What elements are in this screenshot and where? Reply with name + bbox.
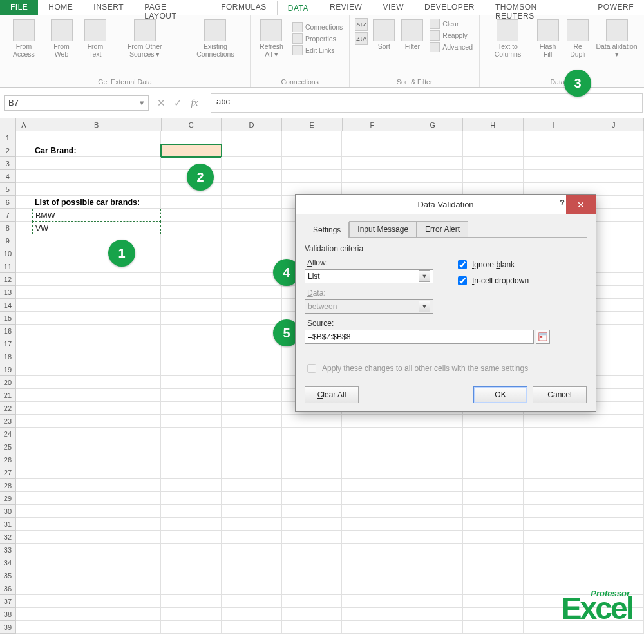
row-13[interactable]: 13 <box>0 286 16 299</box>
cell-I4[interactable] <box>524 170 584 183</box>
row-20[interactable]: 20 <box>0 376 16 389</box>
select-all-corner[interactable] <box>0 118 16 131</box>
reapply-filter-link[interactable]: Reapply <box>428 30 474 41</box>
connections-link[interactable]: Connections <box>291 21 344 33</box>
cell-C31[interactable] <box>161 518 222 531</box>
cell-C2[interactable] <box>161 144 222 157</box>
remove-duplicates-button[interactable]: Re Dupli <box>565 18 591 59</box>
cell-J28[interactable] <box>583 479 644 492</box>
cell-G23[interactable] <box>402 415 463 428</box>
cell-H35[interactable] <box>463 569 524 582</box>
tab-thomson[interactable]: THOMSON REUTERS <box>485 0 587 15</box>
cancel-button[interactable]: Cancel <box>533 386 587 403</box>
cell-J25[interactable] <box>583 440 644 453</box>
cell-A1[interactable] <box>16 131 32 144</box>
cell-B24[interactable] <box>32 428 161 440</box>
cell-A14[interactable] <box>16 299 32 312</box>
cell-J1[interactable] <box>583 131 644 144</box>
cell-C21[interactable] <box>161 389 222 402</box>
cell-E34[interactable] <box>282 556 343 569</box>
cell-H30[interactable] <box>463 505 524 518</box>
cell-D29[interactable] <box>222 492 282 505</box>
cell-A38[interactable] <box>16 608 32 621</box>
cell-E25[interactable] <box>282 440 343 453</box>
col-A[interactable]: A <box>16 118 32 131</box>
cell-B26[interactable] <box>32 453 161 466</box>
cell-B25[interactable] <box>32 440 161 453</box>
cell-B31[interactable] <box>32 518 161 531</box>
tab-input-message[interactable]: Input Message <box>349 221 417 237</box>
cell-D25[interactable] <box>222 440 282 453</box>
sort-asc-icon[interactable]: A↓Z <box>355 18 368 31</box>
accept-formula-icon[interactable]: ✓ <box>171 97 185 109</box>
cell-B7[interactable]: BMW <box>32 209 161 222</box>
col-J[interactable]: J <box>583 118 644 131</box>
cell-B32[interactable] <box>32 531 161 544</box>
cell-B23[interactable] <box>32 415 161 428</box>
row-36[interactable]: 36 <box>0 582 16 595</box>
row-6[interactable]: 6 <box>0 196 16 209</box>
cell-C18[interactable] <box>161 350 222 363</box>
cell-G5[interactable] <box>402 183 463 196</box>
row-30[interactable]: 30 <box>0 505 16 518</box>
cell-D2[interactable] <box>222 144 282 157</box>
cell-B2[interactable]: Car Brand: <box>32 144 161 157</box>
cell-A23[interactable] <box>16 415 32 428</box>
cell-D15[interactable] <box>222 312 282 325</box>
edit-links-link[interactable]: Edit Links <box>291 44 344 56</box>
close-button[interactable]: ✕ <box>566 195 596 214</box>
row-21[interactable]: 21 <box>0 389 16 402</box>
cell-B5[interactable] <box>32 183 161 196</box>
tab-formulas[interactable]: FORMULAS <box>211 0 277 15</box>
cell-A3[interactable] <box>16 157 32 170</box>
cell-H37[interactable] <box>463 595 524 608</box>
cell-G31[interactable] <box>402 518 463 531</box>
cell-B8[interactable]: VW <box>32 222 161 234</box>
cell-D20[interactable] <box>222 376 282 389</box>
cell-H4[interactable] <box>463 170 524 183</box>
row-1[interactable]: 1 <box>0 131 16 144</box>
cell-C20[interactable] <box>161 376 222 389</box>
cell-G29[interactable] <box>402 492 463 505</box>
cell-B22[interactable] <box>32 402 161 415</box>
cell-B16[interactable] <box>32 325 161 337</box>
cell-F34[interactable] <box>342 556 402 569</box>
row-7[interactable]: 7 <box>0 209 16 222</box>
row-8[interactable]: 8 <box>0 222 16 234</box>
tab-insert[interactable]: INSERT <box>83 0 134 15</box>
cell-I3[interactable] <box>524 157 584 170</box>
cell-H27[interactable] <box>463 466 524 479</box>
allow-dropdown[interactable]: List ▼ <box>305 269 433 283</box>
cell-H5[interactable] <box>463 183 524 196</box>
cell-A29[interactable] <box>16 492 32 505</box>
cell-B4[interactable] <box>32 170 161 183</box>
cell-A25[interactable] <box>16 440 32 453</box>
cell-D10[interactable] <box>222 247 282 260</box>
cell-E35[interactable] <box>282 569 343 582</box>
clear-all-button[interactable]: Clear All <box>305 386 359 403</box>
tab-review[interactable]: REVIEW <box>319 0 372 15</box>
cell-D18[interactable] <box>222 350 282 363</box>
sort-button[interactable]: Sort <box>372 18 396 53</box>
tab-developer[interactable]: DEVELOPER <box>414 0 485 15</box>
cell-C12[interactable] <box>161 273 222 286</box>
cell-D36[interactable] <box>222 582 282 595</box>
col-B[interactable]: B <box>32 118 162 131</box>
cell-C1[interactable] <box>161 131 222 144</box>
cell-D6[interactable] <box>222 196 282 209</box>
cell-D24[interactable] <box>222 428 282 440</box>
cell-C24[interactable] <box>161 428 222 440</box>
cell-I33[interactable] <box>524 544 584 556</box>
row-9[interactable]: 9 <box>0 234 16 247</box>
cell-F25[interactable] <box>342 440 402 453</box>
cell-B3[interactable] <box>32 157 161 170</box>
cell-A13[interactable] <box>16 286 32 299</box>
cell-H33[interactable] <box>463 544 524 556</box>
range-picker-button[interactable] <box>536 330 550 344</box>
cell-I35[interactable] <box>524 569 584 582</box>
cell-A33[interactable] <box>16 544 32 556</box>
cell-C35[interactable] <box>161 569 222 582</box>
cell-C15[interactable] <box>161 312 222 325</box>
cell-C36[interactable] <box>161 582 222 595</box>
dialog-titlebar[interactable]: Data Validation ? ✕ <box>296 195 596 214</box>
